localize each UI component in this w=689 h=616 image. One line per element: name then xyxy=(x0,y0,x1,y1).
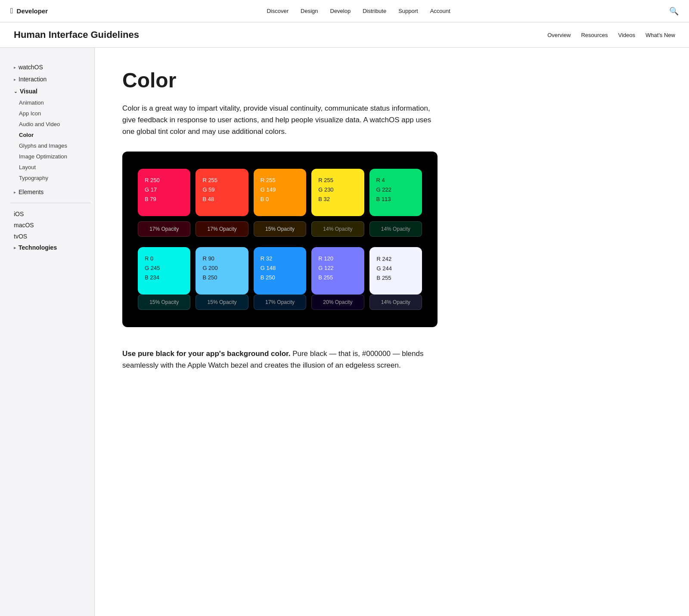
hig-title: Human Interface Guidelines xyxy=(14,29,139,40)
color-swatch: R 90G 200B 250 xyxy=(196,247,248,294)
sidebar-item-interaction[interactable]: ▸ Interaction xyxy=(10,74,94,85)
body-section: Use pure black for your app's background… xyxy=(122,348,432,371)
main-content: Color Color is a great way to impart vit… xyxy=(95,48,465,616)
opacity-swatch: 20% Opacity xyxy=(311,294,364,310)
chevron-right-icon: ▸ xyxy=(14,65,16,70)
nav-support[interactable]: Support xyxy=(398,8,418,14)
color-swatch: R 32G 148B 250 xyxy=(254,247,306,294)
rgb-label: R 4G 222B 113 xyxy=(376,176,415,204)
sidebar-item-elements[interactable]: ▸ Elements xyxy=(10,186,94,198)
sidebar-subitem-layout[interactable]: Layout xyxy=(10,162,94,172)
body-text: Use pure black for your app's background… xyxy=(122,348,432,371)
color-swatch: R 250G 17B 79 xyxy=(138,169,190,216)
brand-label: Developer xyxy=(17,7,48,15)
sidebar-subitem-typography[interactable]: Typography xyxy=(10,173,94,183)
rgb-label: R 32G 148B 250 xyxy=(261,254,299,282)
page-layout: ▸ watchOS ▸ Interaction ⌄ Visual Animati… xyxy=(0,48,689,616)
nav-account[interactable]: Account xyxy=(430,8,450,14)
search-button[interactable]: 🔍 xyxy=(669,6,679,16)
rgb-label: R 250G 17B 79 xyxy=(145,176,183,204)
sidebar: ▸ watchOS ▸ Interaction ⌄ Visual Animati… xyxy=(0,48,95,616)
color-grid-row2: R 0G 245B 234R 90G 200B 250R 32G 148B 25… xyxy=(138,247,422,294)
sidebar-subitem-glyphs[interactable]: Glyphs and Images xyxy=(10,141,94,151)
color-grid-container: R 250G 17B 79R 255G 59B 48R 255G 149B 0R… xyxy=(122,152,438,327)
opacity-row2: 15% Opacity15% Opacity17% Opacity20% Opa… xyxy=(138,294,422,310)
sidebar-platform-tvos[interactable]: tvOS xyxy=(10,231,94,242)
opacity-swatch: 17% Opacity xyxy=(196,221,248,237)
apple-logo-icon:  xyxy=(10,6,13,15)
chevron-down-icon: ⌄ xyxy=(14,89,17,94)
color-swatch: R 255G 149B 0 xyxy=(254,169,306,216)
sidebar-item-label: Elements xyxy=(19,189,43,195)
opacity-swatch: 15% Opacity xyxy=(196,294,248,310)
hig-header: Human Interface Guidelines Overview Reso… xyxy=(0,22,689,48)
color-swatch: R 4G 222B 113 xyxy=(369,169,422,216)
chevron-right-icon: ▸ xyxy=(14,190,16,195)
opacity-swatch: 17% Opacity xyxy=(138,221,190,237)
color-swatch: R 242G 244B 255 xyxy=(369,247,422,294)
nav-discover[interactable]: Discover xyxy=(267,8,289,14)
color-swatch: R 255G 230B 32 xyxy=(311,169,364,216)
sidebar-subitem-animation[interactable]: Animation xyxy=(10,98,94,108)
rgb-label: R 255G 59B 48 xyxy=(202,176,241,204)
hig-nav-overview[interactable]: Overview xyxy=(547,32,571,38)
sidebar-subitem-imageopt[interactable]: Image Optimization xyxy=(10,152,94,161)
search-icon: 🔍 xyxy=(669,7,679,15)
hig-nav: Overview Resources Videos What's New xyxy=(547,32,675,38)
opacity-swatch: 15% Opacity xyxy=(254,221,306,237)
opacity-swatch: 15% Opacity xyxy=(138,294,190,310)
sidebar-platform-macos[interactable]: macOS xyxy=(10,220,94,231)
rgb-label: R 120G 122B 255 xyxy=(318,254,357,282)
body-bold: Use pure black for your app's background… xyxy=(122,350,290,358)
chevron-right-icon: ▸ xyxy=(14,77,16,82)
sidebar-subitem-appicon[interactable]: App Icon xyxy=(10,108,94,118)
color-grid-row1: R 250G 17B 79R 255G 59B 48R 255G 149B 0R… xyxy=(138,169,422,216)
page-intro: Color is a great way to impart vitality,… xyxy=(122,102,432,138)
sidebar-item-watchos[interactable]: ▸ watchOS xyxy=(10,62,94,73)
sidebar-item-label: watchOS xyxy=(19,64,43,71)
rgb-label: R 90G 200B 250 xyxy=(202,254,241,282)
top-nav-links: Discover Design Develop Distribute Suppo… xyxy=(62,8,655,14)
top-navigation:  Developer Discover Design Develop Dist… xyxy=(0,0,689,22)
nav-distribute[interactable]: Distribute xyxy=(363,8,386,14)
brand-logo[interactable]:  Developer xyxy=(10,6,48,15)
opacity-row1: 17% Opacity17% Opacity15% Opacity14% Opa… xyxy=(138,221,422,237)
chevron-right-icon: ▸ xyxy=(14,245,16,250)
rgb-label: R 255G 230B 32 xyxy=(318,176,357,204)
page-title: Color xyxy=(122,68,438,92)
color-swatch: R 120G 122B 255 xyxy=(311,247,364,294)
sidebar-item-label: Interaction xyxy=(19,76,47,83)
nav-design[interactable]: Design xyxy=(301,8,318,14)
nav-develop[interactable]: Develop xyxy=(330,8,351,14)
hig-nav-resources[interactable]: Resources xyxy=(581,32,608,38)
sidebar-subitem-audiovideo[interactable]: Audio and Video xyxy=(10,119,94,129)
sidebar-platform-technologies[interactable]: ▸ Technologies xyxy=(10,242,94,253)
rgb-label: R 242G 244B 255 xyxy=(377,254,415,283)
sidebar-subitem-color[interactable]: Color xyxy=(10,130,94,140)
hig-nav-videos[interactable]: Videos xyxy=(618,32,636,38)
hig-nav-whats-new[interactable]: What's New xyxy=(646,32,675,38)
color-swatch: R 0G 245B 234 xyxy=(138,247,190,294)
rgb-label: R 255G 149B 0 xyxy=(261,176,299,204)
rgb-label: R 0G 245B 234 xyxy=(145,254,183,282)
sidebar-item-label: Technologies xyxy=(19,244,57,251)
sidebar-platform-ios[interactable]: iOS xyxy=(10,208,94,220)
color-swatch: R 255G 59B 48 xyxy=(196,169,248,216)
sidebar-item-visual[interactable]: ⌄ Visual xyxy=(10,86,94,97)
opacity-swatch: 17% Opacity xyxy=(254,294,306,310)
sidebar-divider xyxy=(10,203,91,203)
opacity-swatch: 14% Opacity xyxy=(311,221,364,237)
opacity-swatch: 14% Opacity xyxy=(369,294,422,310)
sidebar-item-label: Visual xyxy=(20,88,37,95)
opacity-swatch: 14% Opacity xyxy=(369,221,422,237)
